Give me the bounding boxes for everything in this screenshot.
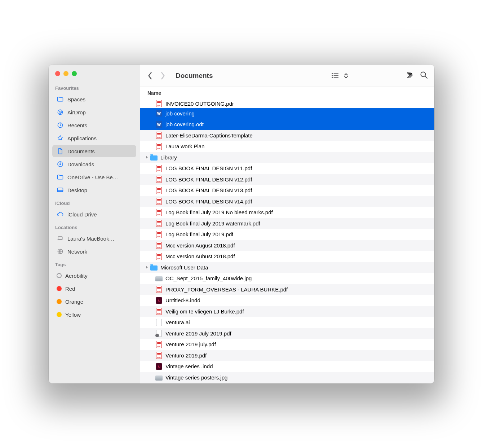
file-name: Microsoft User Data [160,264,208,271]
sidebar-item-favourites-0[interactable]: Spaces [52,93,136,105]
file-row[interactable]: LOG BOOK FINAL DESIGN v12.pdf [140,174,434,185]
file-row[interactable]: Later-EliseDarma-CaptionsTemplate [140,130,434,141]
file-row[interactable]: Venture 2019 july.pdf [140,339,434,350]
sidebar-item-favourites-6[interactable]: OneDrive - Use Be… [52,171,136,183]
file-row[interactable]: job covering [140,108,434,119]
pdf-file-icon [155,220,163,227]
svg-point-15 [421,72,426,76]
img-file-icon [155,374,163,381]
file-row[interactable]: Laura work Plan [140,141,434,152]
file-name: Later-EliseDarma-CaptionsTemplate [165,132,253,139]
file-name: INVOICE20 OUTGOING.pdr [165,101,234,107]
folder-file-icon [150,154,158,161]
search-button[interactable] [420,71,428,80]
tag-dot-icon [57,286,62,291]
pdf-file-icon [155,286,163,293]
file-row[interactable]: Mcc version August 2018.pdf [140,240,434,251]
sidebar-tag-3[interactable]: Yellow [52,308,136,321]
file-name: Laura work Plan [165,143,204,149]
sidebar-tag-2[interactable]: Orange [52,295,136,308]
column-header-name[interactable]: Name [140,87,434,99]
sidebar-item-label: Downloads [67,161,94,167]
tag-dot-icon [57,299,62,304]
file-row[interactable]: LOG BOOK FINAL DESIGN v11.pdf [140,163,434,174]
sidebar-item-icloud-0[interactable]: iCloud Drive [52,208,136,220]
file-list[interactable]: INVOICE20 OUTGOING.pdrjob coveringjob co… [140,99,434,383]
back-button[interactable] [147,71,153,80]
fullscreen-button[interactable] [72,71,77,76]
apps-icon [57,135,64,142]
sidebar-item-favourites-2[interactable]: Recents [52,119,136,131]
sidebar-item-favourites-4[interactable]: Documents [52,145,136,157]
file-row[interactable]: INVOICE20 OUTGOING.pdr [140,99,434,108]
sidebar-item-label: Documents [67,148,95,154]
file-name: Vintage series posters.jpg [165,374,227,381]
sidebar-item-locations-1[interactable]: Network [52,245,136,258]
file-name: OC_Sept_2015_family_400wide.jpg [165,275,252,281]
sidebar-item-label: Recents [67,122,87,128]
sidebar-tag-1[interactable]: Red [52,282,136,295]
file-name: Log Book final July 2019.pdf [165,231,233,237]
tag-dot-icon [57,273,62,278]
file-row[interactable]: Log Book final July 2019 No bleed marks.… [140,207,434,218]
sidebar-tag-0[interactable]: Aerobility [52,269,136,282]
sidebar-item-locations-0[interactable]: Laura's MacBook… [52,232,136,245]
disclosure-triangle-icon[interactable] [145,155,149,159]
file-row[interactable]: Library [140,152,434,163]
file-row[interactable]: job covering.odt [140,119,434,130]
download-icon [57,161,64,168]
file-name: LOG BOOK FINAL DESIGN v14.pdf [165,198,252,205]
sidebar-item-favourites-1[interactable]: AirDrop [52,106,136,118]
window-title: Documents [176,72,213,80]
file-name: job covering [165,110,195,117]
file-name: Ventura.ai [165,319,190,325]
file-row[interactable]: OC_Sept_2015_family_400wide.jpg [140,273,434,284]
pdf-file-icon [155,242,163,249]
file-name: LOG BOOK FINAL DESIGN v13.pdf [165,187,252,193]
view-options-button[interactable] [331,73,350,79]
file-row[interactable]: Ventura.ai [140,317,434,328]
file-name: Venture 2019 July 2019.pdf [165,330,231,337]
sidebar-item-favourites-3[interactable]: Applications [52,132,136,144]
file-row[interactable]: Veilig om te vliegen LJ Burke.pdf [140,306,434,317]
sidebar-item-label: Network [67,249,87,255]
disclosure-triangle-icon[interactable] [145,265,149,269]
file-row[interactable]: Venturo 2019.pdf [140,350,434,361]
sidebar-item-label: Yellow [65,312,81,318]
sidebar-item-favourites-5[interactable]: Downloads [52,158,136,170]
airdrop-icon [57,109,64,116]
sidebar-section-locations: Locations [49,221,140,232]
file-name: Mcc version Auhust 2018.pdf [165,253,235,259]
file-row[interactable]: Log Book final July 2019.pdf [140,229,434,240]
file-row[interactable]: Untitled-8.indd [140,295,434,306]
forward-button[interactable] [160,71,166,80]
close-button[interactable] [55,71,60,76]
locked-file-icon [155,330,163,337]
tag-dot-icon [57,312,62,317]
overflow-button[interactable] [406,71,413,80]
search-icon [420,71,428,79]
file-row[interactable]: LOG BOOK FINAL DESIGN v14.pdf [140,196,434,207]
file-row[interactable]: Vintage series posters.jpg [140,372,434,383]
file-name: LOG BOOK FINAL DESIGN v11.pdf [165,165,252,171]
laptop-icon [57,235,64,242]
chevron-updown-icon [342,73,350,79]
sidebar-item-label: iCloud Drive [67,211,97,218]
sidebar-item-favourites-7[interactable]: Desktop [52,184,136,196]
file-row[interactable]: Vintage series .indd [140,361,434,372]
file-row[interactable]: Microsoft User Data [140,262,434,273]
file-row[interactable]: Venture 2019 July 2019.pdf [140,328,434,339]
svg-rect-10 [333,73,338,74]
indd-file-icon [155,363,163,370]
file-name: Mcc version August 2018.pdf [165,242,235,249]
file-row[interactable]: Mcc version Auhust 2018.pdf [140,251,434,262]
minimize-button[interactable] [63,71,68,76]
sidebar-section-icloud: iCloud [49,197,140,207]
sidebar-item-label: Laura's MacBook… [67,236,114,242]
file-row[interactable]: Log Book final July 2019 watermark.pdf [140,218,434,229]
pdf-file-icon [155,341,163,348]
img-file-icon [155,275,163,282]
file-row[interactable]: LOG BOOK FINAL DESIGN v13.pdf [140,185,434,196]
file-row[interactable]: PROXY_FORM_OVERSEAS - LAURA BURKE.pdf [140,284,434,295]
toolbar: Documents [140,65,434,87]
